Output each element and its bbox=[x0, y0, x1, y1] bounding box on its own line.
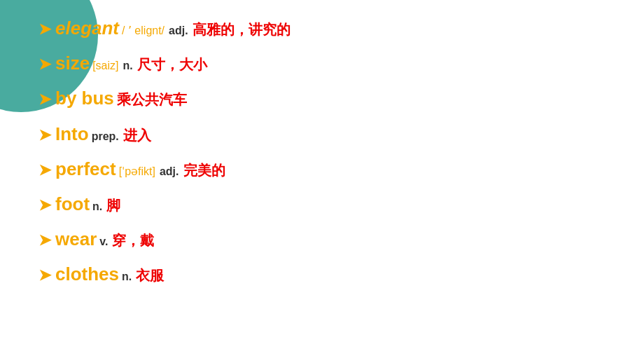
vocab-item: ➤by bus 乘公共汽车 bbox=[38, 83, 616, 114]
vocab-word: elegant bbox=[55, 13, 119, 43]
bullet-icon: ➤ bbox=[38, 262, 51, 288]
bullet-icon: ➤ bbox=[38, 122, 51, 148]
bullet-icon: ➤ bbox=[38, 51, 51, 77]
vocab-item: ➤elegant / ʼ elignt/ adj. 高雅的，讲究的 bbox=[38, 13, 616, 43]
bullet-icon: ➤ bbox=[38, 192, 51, 218]
bullet-icon: ➤ bbox=[38, 227, 51, 253]
vocab-phonetic: [ˈpəfikt] bbox=[119, 162, 155, 181]
vocab-word: perfect bbox=[55, 153, 116, 184]
vocab-pos: prep. bbox=[92, 127, 119, 146]
vocab-word: clothes bbox=[55, 259, 119, 289]
vocab-word: size bbox=[55, 48, 90, 78]
vocab-pos: v. bbox=[99, 232, 108, 251]
vocab-pos: n. bbox=[92, 197, 102, 216]
vocab-definition: 进入 bbox=[123, 123, 151, 147]
vocab-pos: n. bbox=[122, 267, 132, 286]
bullet-icon: ➤ bbox=[38, 157, 51, 183]
vocab-word: wear bbox=[55, 224, 97, 254]
vocab-phonetic: [saiz] bbox=[92, 56, 118, 75]
vocab-definition: 尺寸，大小 bbox=[137, 53, 207, 76]
vocab-definition: 完美的 bbox=[183, 158, 225, 182]
vocab-word: foot bbox=[55, 189, 90, 219]
vocab-item: ➤Into prep. 进入 bbox=[38, 118, 616, 149]
vocab-definition: 高雅的，讲究的 bbox=[192, 18, 290, 41]
vocab-item: ➤perfect [ˈpəfikt] adj. 完美的 bbox=[38, 153, 616, 184]
vocab-definition: 脚 bbox=[106, 193, 120, 217]
vocab-pos: adj. bbox=[169, 21, 188, 40]
vocab-item: ➤size [saiz] n. 尺寸，大小 bbox=[38, 48, 616, 78]
vocab-definition: 衣服 bbox=[136, 263, 164, 287]
bullet-icon: ➤ bbox=[38, 16, 51, 42]
vocab-item: ➤foot n. 脚 bbox=[38, 189, 616, 219]
bullet-icon: ➤ bbox=[38, 86, 51, 112]
vocab-pos: n. bbox=[123, 56, 133, 75]
vocab-word: by bus bbox=[55, 83, 114, 114]
vocab-pos: adj. bbox=[160, 162, 179, 181]
vocab-item: ➤clothes n. 衣服 bbox=[38, 259, 616, 289]
vocab-word: Into bbox=[55, 118, 89, 149]
vocab-list: ➤elegant / ʼ elignt/ adj. 高雅的，讲究的➤size [… bbox=[0, 0, 644, 307]
vocab-definition: 乘公共汽车 bbox=[117, 88, 187, 111]
vocab-item: ➤wear v. 穿，戴 bbox=[38, 224, 616, 254]
vocab-definition: 穿，戴 bbox=[112, 228, 154, 252]
vocab-phonetic: / ʼ elignt/ bbox=[122, 21, 164, 40]
